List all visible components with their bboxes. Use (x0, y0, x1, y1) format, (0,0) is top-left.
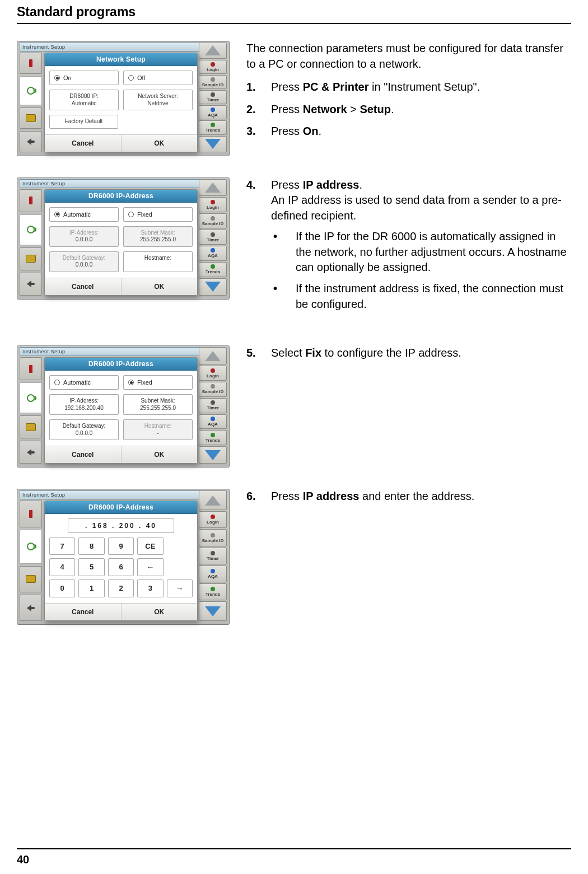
dialog-title: Network Setup (45, 53, 197, 66)
ok-button[interactable]: OK (121, 278, 198, 295)
radio-fixed[interactable]: Fixed (123, 375, 193, 390)
scroll-up-icon (199, 490, 227, 510)
window-tab: Instrument Setup (20, 347, 200, 356)
scroll-down-icon (199, 136, 227, 152)
side-sample: Sample ID (199, 529, 227, 546)
scroll-down-icon (199, 446, 227, 464)
left-icon-folder (20, 108, 42, 129)
screenshot-network-setup: Instrument Setup Login Sample ID Timer A… (17, 41, 230, 156)
side-login: Login (199, 197, 227, 212)
field-ip: IP-Address:0.0.0.0 (49, 226, 119, 247)
key-4[interactable]: 4 (49, 558, 75, 576)
field-hostname: Hostname:- (123, 419, 193, 440)
side-aqa: AQA (199, 105, 227, 119)
side-aqa: AQA (199, 246, 227, 261)
step-body: Press IP address and enter the address. (271, 489, 571, 504)
cancel-button[interactable]: Cancel (45, 604, 121, 620)
key-9[interactable]: 9 (108, 538, 134, 555)
bullet-marker: • (271, 281, 296, 312)
key-3[interactable]: 3 (137, 579, 163, 597)
key-left[interactable]: ← (137, 558, 163, 576)
field-mask: Subnet Mask:255.255.255.0 (123, 226, 193, 247)
left-icon-back (20, 131, 42, 152)
side-timer: Timer (199, 548, 227, 564)
key-2[interactable]: 2 (108, 579, 134, 597)
scroll-up-icon (199, 347, 227, 364)
step-body: Press On. (271, 124, 571, 139)
step-body: Select Fix to configure the IP address. (271, 345, 571, 361)
page-title: Standard programs (17, 4, 571, 23)
scroll-up-icon (199, 179, 227, 197)
btn-factory-default[interactable]: Factory Default (49, 115, 118, 129)
cancel-button[interactable]: Cancel (45, 135, 121, 152)
left-icon-folder (20, 415, 42, 438)
key-7[interactable]: 7 (49, 538, 75, 555)
bottom-rule (17, 848, 571, 849)
bullet-text: If the instrument address is fixed, the … (296, 281, 571, 312)
ok-button[interactable]: OK (121, 604, 198, 620)
left-icon-back (20, 273, 42, 296)
side-trends: Trends (199, 120, 227, 134)
left-icon-key (20, 214, 42, 245)
side-timer: Timer (199, 230, 227, 245)
side-aqa: AQA (199, 565, 227, 582)
ip-entry-field[interactable]: . 168 . 200 . 40 (68, 518, 174, 533)
key-1[interactable]: 1 (78, 579, 104, 597)
dialog-title: DR6000 IP-Address (45, 358, 197, 371)
btn-dr6000-ip[interactable]: DR6000 IP:Automatic (49, 90, 119, 110)
step-body: Press PC & Printer in "Instrument Setup"… (271, 80, 571, 95)
step-num: 5. (246, 345, 271, 361)
window-tab: Instrument Setup (20, 43, 200, 52)
key-6[interactable]: 6 (108, 558, 134, 576)
side-trends: Trends (199, 583, 227, 600)
radio-automatic[interactable]: Automatic (49, 207, 119, 222)
screenshot-ip-fixed: Instrument Setup Login Sample ID Timer A… (17, 345, 230, 468)
side-trends: Trends (199, 262, 227, 277)
screenshot-ip-auto: Instrument Setup Login Sample ID Timer A… (17, 177, 230, 300)
key-right[interactable]: → (167, 579, 193, 597)
top-rule (17, 23, 571, 24)
field-ip[interactable]: IP-Address:192.168.200.40 (49, 394, 119, 415)
cancel-button[interactable]: Cancel (45, 278, 121, 295)
side-login: Login (199, 366, 227, 381)
window-tab: Instrument Setup (20, 490, 200, 499)
key-0[interactable]: 0 (49, 579, 75, 597)
ok-button[interactable]: OK (121, 135, 198, 152)
btn-network-server[interactable]: Network Server:Netdrive (123, 90, 193, 110)
radio-off[interactable]: Off (123, 71, 193, 85)
side-trends: Trends (199, 430, 227, 445)
field-mask[interactable]: Subnet Mask:255.255.255.0 (123, 394, 193, 415)
dialog-title: DR6000 IP-Address (45, 501, 197, 514)
bullet-marker: • (271, 229, 296, 275)
left-icon-user (20, 53, 42, 74)
step-num: 1. (246, 80, 271, 95)
key-8[interactable]: 8 (78, 538, 104, 555)
left-icon-folder (20, 247, 42, 270)
bullet-text: If the IP for the DR 6000 is automatical… (296, 229, 571, 275)
field-gateway: Default Gateway:0.0.0.0 (49, 251, 119, 272)
side-login: Login (199, 60, 227, 74)
ok-button[interactable]: OK (121, 446, 198, 463)
field-gateway[interactable]: Default Gateway:0.0.0.0 (49, 419, 119, 440)
field-hostname[interactable]: Hostname: (123, 251, 193, 272)
side-sample: Sample ID (199, 213, 227, 228)
radio-on[interactable]: On (49, 71, 119, 85)
radio-fixed[interactable]: Fixed (123, 207, 193, 222)
left-icon-key (20, 382, 42, 413)
key-ce[interactable]: CE (137, 538, 163, 555)
scroll-up-icon (199, 43, 227, 59)
left-icon-back (20, 595, 42, 621)
left-icon-user (20, 501, 42, 527)
side-timer: Timer (199, 90, 227, 104)
cancel-button[interactable]: Cancel (45, 446, 121, 463)
window-tab: Instrument Setup (20, 179, 200, 188)
radio-automatic[interactable]: Automatic (49, 375, 119, 390)
step-num: 3. (246, 124, 271, 139)
step-body: Press IP address. An IP address is used … (271, 177, 571, 318)
intro-text: The connection parameters must be config… (246, 41, 571, 72)
left-icon-folder (20, 566, 42, 592)
scroll-down-icon (199, 278, 227, 296)
key-5[interactable]: 5 (78, 558, 104, 576)
step-num: 2. (246, 102, 271, 118)
left-icon-user (20, 189, 42, 212)
